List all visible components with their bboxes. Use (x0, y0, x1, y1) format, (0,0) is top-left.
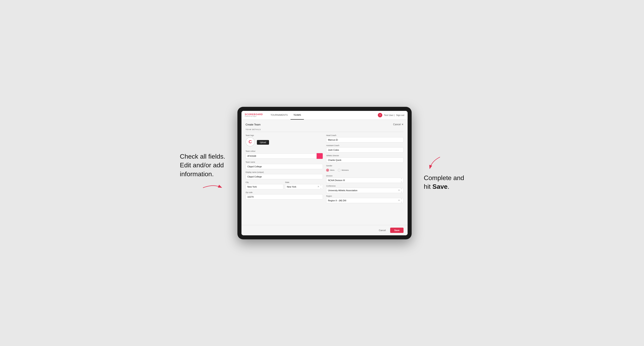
conference-select-wrap: University Athletic Association ✕ ⌃⌄ (326, 188, 404, 193)
city-state-row: City State New York (246, 181, 323, 189)
logo-area: C Upload (246, 137, 323, 148)
logo-title: SCOREBOARD (245, 113, 263, 116)
head-coach-input[interactable] (326, 137, 404, 143)
conference-label: Conference (326, 185, 404, 187)
region-label: Region (326, 195, 404, 197)
left-column: Team logo C Upload Team colour (246, 134, 323, 203)
upload-button[interactable]: Upload (257, 140, 269, 145)
logo-circle: C (246, 137, 255, 147)
annotation-line2: Edit and/or add (180, 162, 224, 169)
right-annotation: Complete and hit Save. (424, 155, 464, 191)
division-select-wrap: NCAA Division III ⌃⌄ (326, 178, 404, 183)
annotation-right-line1: Complete and (424, 174, 464, 181)
cancel-footer-button[interactable]: Cancel (376, 228, 388, 233)
assistant-coach-label: Assistant Coach (326, 145, 404, 147)
annotation-line3: information. (180, 170, 214, 178)
assistant-coach-input[interactable] (326, 147, 404, 153)
team-name-label: Team name (246, 161, 323, 163)
zip-input[interactable] (246, 194, 323, 199)
state-subgroup: State New York ✕ ⌃⌄ (285, 181, 323, 189)
gender-mens-radio[interactable] (326, 169, 329, 172)
annotation-line1: Check all fields. (180, 153, 225, 160)
user-text: Test User | (384, 114, 394, 116)
nav-right: T Test User | Sign out (378, 113, 404, 117)
region-group: Region Region II - (M) DIII ✕ ⌃⌄ (326, 195, 404, 203)
conference-group: Conference University Athletic Associati… (326, 185, 404, 193)
head-coach-label: Head Coach (326, 134, 404, 136)
nav-link-teams[interactable]: TEAMS (290, 111, 304, 120)
annotation-right-suffix: . (448, 183, 449, 190)
division-group: Division NCAA Division III ⌃⌄ (326, 175, 404, 183)
zip-code-group: Zip code (246, 191, 323, 199)
display-name-label: Display name (unique) (246, 171, 323, 173)
division-select[interactable]: NCAA Division III (326, 178, 404, 183)
nav-links: TOURNAMENTS TEAMS (268, 111, 378, 120)
signout-link[interactable]: Sign out (396, 114, 404, 116)
city-subgroup: City (246, 181, 284, 189)
color-input-wrap (246, 153, 323, 159)
region-select[interactable]: Region II - (M) DIII (326, 198, 404, 203)
nav-bar: SCOREBOARD Powered by clippd TOURNAMENTS… (242, 111, 408, 120)
conference-clear-icon[interactable]: ✕ (398, 189, 400, 192)
team-colour-group: Team colour (246, 150, 323, 159)
form-title: Create Team (246, 123, 260, 126)
content-area: Create Team Cancel ✕ TEAM DETAILS Team l… (242, 120, 408, 225)
left-arrow-icon (201, 182, 225, 194)
division-label: Division (326, 175, 404, 177)
gender-row: Mens Womens (326, 168, 404, 173)
conference-select[interactable]: University Athletic Association (326, 188, 404, 193)
region-clear-icon[interactable]: ✕ (398, 199, 400, 202)
gender-label: Gender (326, 165, 404, 167)
athletic-director-input[interactable] (326, 158, 404, 163)
gender-mens-option[interactable]: Mens (326, 169, 334, 172)
gender-womens-option[interactable]: Womens (338, 169, 349, 172)
state-clear-icon[interactable]: ✕ (318, 185, 319, 188)
right-column: Head Coach Assistant Coach Athletic Dire… (326, 134, 404, 203)
color-swatch[interactable] (316, 153, 323, 159)
form-grid: Team logo C Upload Team colour (246, 134, 404, 203)
form-header: Create Team Cancel ✕ (246, 123, 404, 126)
city-input[interactable] (246, 184, 284, 189)
team-name-input[interactable] (246, 164, 323, 169)
right-arrow-icon (424, 155, 448, 171)
nav-logo: SCOREBOARD Powered by clippd (245, 113, 263, 117)
city-state-group: City State New York (246, 181, 323, 189)
team-colour-label: Team colour (246, 150, 323, 152)
team-colour-input[interactable] (246, 153, 316, 159)
head-coach-group: Head Coach (326, 134, 404, 143)
region-select-wrap: Region II - (M) DIII ✕ ⌃⌄ (326, 198, 404, 203)
city-label: City (246, 181, 284, 183)
logo-sub: Powered by clippd (245, 116, 263, 117)
display-name-input[interactable] (246, 174, 323, 179)
save-button[interactable]: Save (390, 228, 404, 233)
gender-group: Gender Mens Womens (326, 165, 404, 173)
section-label: TEAM DETAILS (246, 129, 404, 132)
team-name-group: Team name (246, 161, 323, 169)
state-select[interactable]: New York (285, 184, 323, 189)
athletic-director-group: Athletic Director (326, 155, 404, 163)
annotation-right-line2-prefix: hit (424, 183, 432, 190)
tablet-frame: SCOREBOARD Powered by clippd TOURNAMENTS… (238, 107, 412, 239)
left-annotation: Check all fields. Edit and/or add inform… (180, 152, 225, 194)
team-logo-label: Team logo (246, 134, 323, 136)
annotation-right-save: Save (432, 183, 448, 190)
tablet-screen: SCOREBOARD Powered by clippd TOURNAMENTS… (242, 111, 408, 235)
display-name-group: Display name (unique) (246, 171, 323, 179)
nav-link-tournaments[interactable]: TOURNAMENTS (268, 111, 290, 120)
avatar: T (378, 113, 382, 117)
gender-womens-radio[interactable] (338, 169, 340, 172)
team-logo-group: Team logo C Upload (246, 134, 323, 148)
state-label: State (285, 181, 323, 183)
close-icon: ✕ (402, 123, 404, 126)
athletic-director-label: Athletic Director (326, 155, 404, 157)
cancel-top-button[interactable]: Cancel ✕ (393, 123, 404, 126)
state-select-wrap: New York ✕ ⌃⌄ (285, 184, 323, 189)
assistant-coach-group: Assistant Coach (326, 145, 404, 153)
form-footer: Cancel Save (242, 225, 408, 235)
zip-label: Zip code (246, 191, 323, 193)
